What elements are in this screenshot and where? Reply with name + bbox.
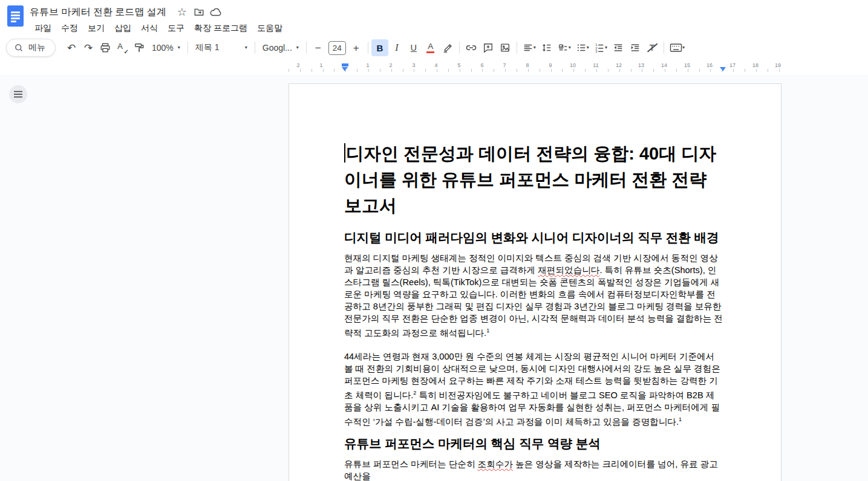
input-tools-keyboard-dropdown[interactable]: ▾ <box>667 39 687 56</box>
paint-format-button[interactable] <box>131 39 148 56</box>
first-line-indent-marker[interactable] <box>342 63 348 66</box>
menu-tools[interactable]: 도구 <box>163 21 189 35</box>
show-outline-button[interactable] <box>9 85 27 103</box>
font-size-input[interactable]: 24 <box>328 41 346 55</box>
search-menus-label: 메뉴 <box>28 42 45 53</box>
ruler-number: 7 <box>503 62 506 68</box>
line-spacing-button[interactable] <box>538 39 555 56</box>
menu-view[interactable]: 보기 <box>83 21 109 35</box>
doc-paragraph-3[interactable]: 유튜브 퍼포먼스 마케터는 단순히 조회수가 높은 영상을 제작하는 크리에이터… <box>344 458 723 481</box>
insert-image-button[interactable] <box>497 39 514 56</box>
redo-button[interactable]: ↷ <box>80 39 97 56</box>
menu-extensions[interactable]: 확장 프로그램 <box>189 21 252 35</box>
ruler-number: 8 <box>526 62 529 68</box>
doc-heading-section1[interactable]: 디지털 미디어 패러다임의 변화와 시니어 디자이너의 직무 전환 배경 <box>344 227 723 247</box>
print-button[interactable] <box>97 39 114 56</box>
left-indent-marker[interactable] <box>342 67 348 71</box>
document-title-input[interactable]: 유튜브 마케터 전환 로드맵 설계 <box>30 6 166 19</box>
star-icon[interactable]: ☆ <box>174 4 191 20</box>
footnote-ref[interactable]: 1 <box>679 416 682 422</box>
ruler-number: 6 <box>480 62 483 68</box>
insert-link-button[interactable] <box>463 39 480 56</box>
increase-font-size-button[interactable]: + <box>348 39 365 56</box>
ruler-number: 4 <box>434 62 437 68</box>
toolbar-divider <box>368 42 368 54</box>
title-row: 유튜브 마케터 전환 로드맵 설계 ☆ <box>30 4 287 20</box>
search-icon <box>14 43 24 53</box>
cloud-save-status-icon[interactable] <box>207 4 224 20</box>
docs-logo-icon[interactable] <box>7 5 24 27</box>
ruler-number: 9 <box>549 62 552 68</box>
text-color-swatch <box>426 51 434 53</box>
ruler-number: 18 <box>752 62 759 68</box>
toolbar-divider <box>664 42 664 54</box>
font-family-dropdown[interactable]: Googl...▾ <box>258 39 303 56</box>
chevron-down-icon: ▾ <box>245 45 247 50</box>
search-menus-button[interactable]: 메뉴 <box>6 39 56 57</box>
google-docs-window: 유튜브 마케터 전환 로드맵 설계 ☆ 파일 수정 보기 삽입 <box>0 0 868 481</box>
menu-format[interactable]: 서식 <box>136 21 163 35</box>
align-dropdown[interactable]: ▾ <box>520 39 538 56</box>
chevron-down-icon: ▾ <box>534 45 536 50</box>
toolbar-divider <box>459 42 460 54</box>
ruler-number: 11 <box>593 62 598 68</box>
chevron-down-icon: ▾ <box>587 45 589 50</box>
numbered-list-dropdown[interactable]: 1 2 3 ▾ <box>592 39 610 56</box>
document-page[interactable]: 디자인 전문성과 데이터 전략의 융합: 40대 디자이너를 위한 유튜브 퍼포… <box>289 83 782 481</box>
right-indent-marker[interactable] <box>720 67 726 71</box>
bold-button[interactable]: B <box>371 39 388 56</box>
ruler-number: 2 <box>389 62 392 68</box>
toolbar: 메뉴 ↶ ↷ A ✓ 100%▾ 제목 1▾ <box>0 35 868 60</box>
ruler-number: 12 <box>616 62 622 68</box>
toolbar-divider <box>306 42 307 54</box>
doc-paragraph-1[interactable]: 현재의 디지털 마케팅 생태계는 정적인 이미지와 텍스트 중심의 검색 기반 … <box>344 252 723 339</box>
underline-button[interactable]: U <box>405 39 422 56</box>
move-folder-icon[interactable] <box>191 4 207 20</box>
spellcheck-button[interactable]: A ✓ <box>114 39 131 56</box>
ruler-number: 5 <box>457 62 460 68</box>
toolbar-divider <box>255 42 255 54</box>
italic-button[interactable]: I <box>388 39 405 56</box>
chevron-down-icon: ▾ <box>682 45 685 50</box>
text-color-button[interactable]: A <box>422 39 439 56</box>
doc-heading-section2[interactable]: 유튜브 퍼포먼스 마케터의 핵심 직무 역량 분석 <box>344 433 723 453</box>
chevron-down-icon: ▾ <box>296 45 299 50</box>
ruler-number: 3 <box>412 62 415 68</box>
doc-paragraph-2[interactable]: 44세라는 연령과 현재 3,000만 원 수준의 연봉 체계는 시장의 평균적… <box>344 350 723 428</box>
ruler-number: 19 <box>775 62 781 68</box>
decrease-font-size-button[interactable]: − <box>310 39 327 56</box>
chevron-down-icon: ▾ <box>569 45 571 50</box>
bulleted-list-dropdown[interactable]: ▾ <box>573 39 592 56</box>
undo-button[interactable]: ↶ <box>63 39 80 56</box>
ruler-strip[interactable]: 2 1 1 2 3 4 5 6 7 8 9 10 11 12 13 14 15 … <box>289 62 782 74</box>
header: 유튜브 마케터 전환 로드맵 설계 ☆ 파일 수정 보기 삽입 <box>0 0 868 35</box>
zoom-dropdown[interactable]: 100%▾ <box>148 39 184 56</box>
chevron-down-icon: ▾ <box>178 45 180 50</box>
paragraph-style-dropdown[interactable]: 제목 1▾ <box>191 39 252 56</box>
menu-edit[interactable]: 수정 <box>56 21 83 35</box>
decrease-indent-button[interactable] <box>610 39 627 56</box>
misspelled-word[interactable]: 재편되었습니다 <box>538 265 599 275</box>
menu-insert[interactable]: 삽입 <box>109 21 136 35</box>
misspelled-word[interactable]: 조회수가 <box>478 459 513 469</box>
menu-bar: 파일 수정 보기 삽입 서식 도구 확장 프로그램 도움말 <box>30 21 287 35</box>
footnote-ref[interactable]: 1 <box>486 328 489 334</box>
doc-heading-title[interactable]: 디자인 전문성과 데이터 전략의 융합: 40대 디자이너를 위한 유튜브 퍼포… <box>344 141 723 219</box>
ruler: 2 1 1 2 3 4 5 6 7 8 9 10 11 12 13 14 15 … <box>0 60 868 75</box>
ruler-number: 1 <box>319 62 322 68</box>
add-comment-button[interactable] <box>480 39 497 56</box>
ruler-number: 10 <box>570 62 576 68</box>
ruler-number: 13 <box>638 62 644 68</box>
checklist-dropdown[interactable]: ▾ <box>555 39 573 56</box>
ruler-number: 17 <box>729 62 736 68</box>
ruler-number: 16 <box>706 62 713 68</box>
svg-text:3: 3 <box>595 50 597 53</box>
menu-file[interactable]: 파일 <box>30 21 56 35</box>
highlight-color-button[interactable] <box>439 39 456 56</box>
increase-indent-button[interactable] <box>627 39 644 56</box>
clear-formatting-button[interactable]: T <box>644 39 661 56</box>
ruler-number: 14 <box>661 62 667 68</box>
document-canvas: 디자인 전문성과 데이터 전략의 융합: 40대 디자이너를 위한 유튜브 퍼포… <box>0 75 868 481</box>
menu-help[interactable]: 도움말 <box>252 21 287 35</box>
ruler-number: 1 <box>366 62 369 68</box>
